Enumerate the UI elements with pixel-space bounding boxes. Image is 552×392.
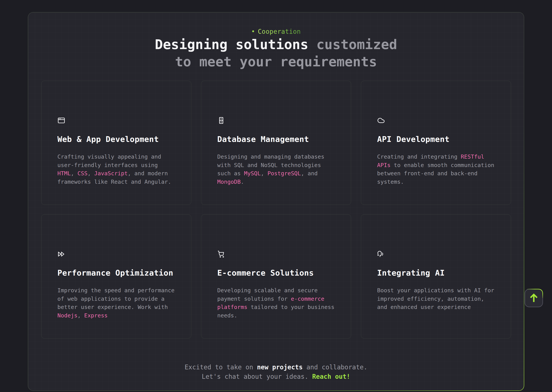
text-segment: , <box>88 170 94 177</box>
text-segment: CSS <box>77 170 87 177</box>
text-segment: MongoDB <box>217 179 241 185</box>
scroll-to-top-button[interactable] <box>524 289 543 307</box>
card-title: Performance Optimization <box>57 269 176 277</box>
services-grid: Web & App Development Crafting visually … <box>41 81 511 338</box>
drawer-cabinet-icon <box>217 117 225 124</box>
speaking-head-icon <box>377 250 385 258</box>
card-body: Designing and managing databases with SQ… <box>217 153 336 186</box>
page-title-line-2: to meet your requirements <box>28 53 524 70</box>
text-segment: , <box>71 170 77 177</box>
main-panel-border: •Cooperation Designing solutions customi… <box>28 12 524 391</box>
service-card-web-app-development: Web & App Development Crafting visually … <box>41 81 191 205</box>
text-segment: Express <box>84 312 108 319</box>
shopping-cart-icon <box>217 250 225 258</box>
text-segment: , <box>77 312 84 319</box>
text-segment: MySQL <box>244 170 261 177</box>
text-segment: , <box>261 170 268 177</box>
card-title: Integrating AI <box>377 269 496 277</box>
service-card-performance-optimization: Performance Optimization Improving the s… <box>41 214 191 338</box>
service-card-ecommerce-solutions: E-commerce Solutions Developing scalable… <box>201 214 351 338</box>
page-background: •Cooperation Designing solutions customi… <box>0 0 552 392</box>
eyebrow-label: Cooperation <box>258 28 301 35</box>
text-segment: Improving the speed and performance of w… <box>57 287 175 310</box>
text-segment: Crafting visually appealing and user-fri… <box>57 154 161 168</box>
card-title: E-commerce Solutions <box>217 269 336 277</box>
card-body: Improving the speed and performance of w… <box>57 286 176 320</box>
text-segment: PostgreSQL <box>267 170 301 177</box>
text-segment: and collaborate. <box>303 364 367 371</box>
text-segment: new projects <box>257 364 303 371</box>
service-card-integrating-ai: Integrating AI Boost your applications w… <box>361 214 511 338</box>
text-segment: Nodejs <box>57 312 78 319</box>
collaboration-note-line-1: Excited to take on new projects and coll… <box>28 363 524 372</box>
card-body: Creating and integrating RESTful APIs to… <box>377 153 496 186</box>
cloud-icon <box>377 117 385 124</box>
app-window-icon <box>57 117 65 124</box>
text-segment: customized <box>308 37 397 52</box>
page-title: Designing solutions customized to meet y… <box>28 36 524 70</box>
reach-out-link[interactable]: Reach out! <box>312 373 350 380</box>
text-segment: Designing solutions <box>155 37 308 52</box>
section-eyebrow: •Cooperation <box>28 28 524 36</box>
card-title: Web & App Development <box>57 135 176 143</box>
card-title: Database Management <box>217 135 336 143</box>
text-segment: to enable smooth communication between f… <box>377 162 494 185</box>
collaboration-note-line-2: Let's chat about your ideas. Reach out! <box>28 372 524 381</box>
text-segment: . <box>241 179 244 185</box>
fast-forward-icon <box>57 250 65 258</box>
page-title-line-1: Designing solutions customized <box>28 36 524 53</box>
cooperation-section: •Cooperation Designing solutions customi… <box>28 13 524 391</box>
card-body: Crafting visually appealing and user-fri… <box>57 153 176 186</box>
service-card-api-development: API Development Creating and integrating… <box>361 81 511 205</box>
text-segment: HTML <box>57 170 71 177</box>
text-segment: JavaScript <box>94 170 128 177</box>
bullet-icon: • <box>251 28 255 35</box>
collaboration-note: Excited to take on new projects and coll… <box>28 363 524 381</box>
service-card-database-management: Database Management Designing and managi… <box>201 81 351 205</box>
text-segment: Boost your applications with AI for impr… <box>377 287 494 310</box>
arrow-up-icon <box>525 289 542 307</box>
text-segment: Creating and integrating <box>377 154 461 160</box>
card-title: API Development <box>377 135 496 143</box>
card-body: Boost your applications with AI for impr… <box>377 286 496 311</box>
text-segment: Excited to take on <box>185 364 257 371</box>
text-segment: to meet your requirements <box>175 54 377 70</box>
card-body: Developing scalable and secure payment s… <box>217 286 336 320</box>
text-segment: , and <box>301 170 317 177</box>
text-segment: Let's chat about your ideas. <box>202 373 312 380</box>
